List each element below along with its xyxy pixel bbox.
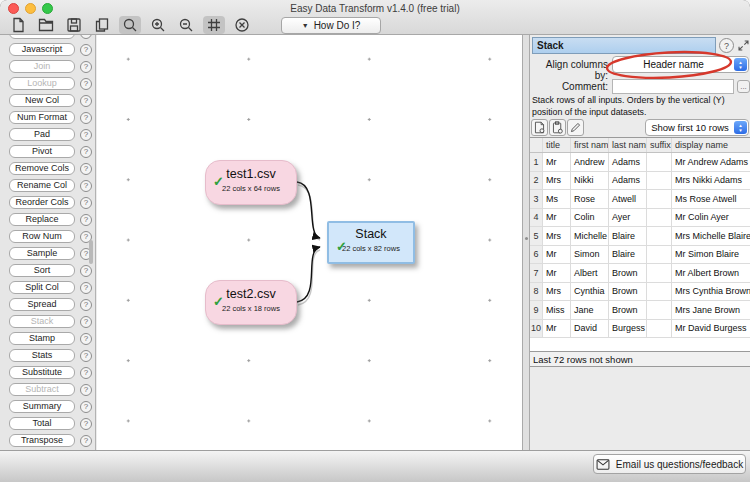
zoom-in-button[interactable] xyxy=(147,16,169,34)
sidebar-row: Rename Col? xyxy=(0,179,95,192)
transform-description: Stack rows of all inputs. Orders by the … xyxy=(532,95,749,118)
table-row[interactable]: 1MrAndrewAdamsMr Andrew Adams xyxy=(530,153,750,172)
help-icon[interactable]: ? xyxy=(80,367,92,379)
flow-canvas[interactable]: ✓ test1.csv 22 cols x 64 rows ✓ test2.cs… xyxy=(97,35,522,450)
table-row[interactable]: 9MissJaneBrownMrs Jane Brown xyxy=(530,301,750,320)
help-icon[interactable]: ? xyxy=(80,163,92,175)
table-row[interactable]: 10MrDavidBurgessMr David Burgess xyxy=(530,320,750,339)
sidebar-item-reorder-cols[interactable]: Reorder Cols xyxy=(9,196,75,209)
help-icon[interactable]: ? xyxy=(80,316,92,328)
duplicate-button[interactable] xyxy=(91,16,113,34)
sidebar-item-stack[interactable]: Stack xyxy=(9,315,75,328)
help-icon[interactable]: ? xyxy=(80,418,92,430)
sidebar-item-stamp[interactable]: Stamp xyxy=(9,332,75,345)
sidebar-item-pivot[interactable]: Pivot xyxy=(9,145,75,158)
help-icon[interactable]: ? xyxy=(80,214,92,226)
help-icon[interactable]: ? xyxy=(80,180,92,192)
help-icon[interactable]: ? xyxy=(80,350,92,362)
sidebar-item-substitute[interactable]: Substitute xyxy=(9,366,75,379)
row-number: 5 xyxy=(530,227,543,245)
sidebar-item-sort[interactable]: Sort xyxy=(9,264,75,277)
table-row[interactable]: 7MrAlbertBrownMr Albert Brown xyxy=(530,264,750,283)
sidebar-item-rename-col[interactable]: Rename Col xyxy=(9,179,75,192)
align-columns-label: Align columns by: xyxy=(530,59,608,81)
sidebar-item-row-num[interactable]: Row Num xyxy=(9,230,75,243)
node-test2-csv[interactable]: ✓ test2.csv 22 cols x 18 rows xyxy=(205,280,297,325)
sidebar-item-lookup[interactable]: Lookup xyxy=(9,77,75,90)
table-header-row: titlefirst namelast namesuffixdisplay na… xyxy=(530,138,750,153)
copy-file-button[interactable] xyxy=(531,119,548,136)
save-button[interactable] xyxy=(63,16,85,34)
sidebar-item-summary[interactable]: Summary xyxy=(9,400,75,413)
sidebar-item-sample[interactable]: Sample xyxy=(9,247,75,260)
panel-splitter[interactable] xyxy=(522,35,530,450)
help-icon[interactable]: ? xyxy=(80,401,92,413)
search-button[interactable] xyxy=(119,16,141,34)
zoom-out-icon xyxy=(178,17,194,33)
sidebar-item-num-format[interactable]: Num Format xyxy=(9,111,75,124)
help-icon[interactable]: ? xyxy=(80,435,92,447)
help-icon[interactable]: ? xyxy=(80,112,92,124)
sidebar-scrollbar-thumb[interactable] xyxy=(89,240,93,264)
help-icon[interactable]: ? xyxy=(80,333,92,345)
sidebar-item-javascript[interactable]: Javascript xyxy=(9,43,75,56)
cell: Rose xyxy=(571,190,609,208)
help-icon[interactable]: ? xyxy=(80,384,92,396)
table-row[interactable]: 8MrsCynthiaBrownMrs Cynthia Brown xyxy=(530,283,750,302)
align-columns-select[interactable]: Header name ▲▼ xyxy=(612,56,749,73)
cell xyxy=(647,301,672,319)
table-row[interactable]: 3MsRoseAtwellMs Rose Atwell xyxy=(530,190,750,209)
panel-help-button[interactable]: ? xyxy=(719,38,734,53)
sidebar-row-partial xyxy=(0,35,95,39)
help-icon[interactable] xyxy=(80,35,92,39)
table-row[interactable]: 5MrsMichelleBlaireMrs Michelle Blaire xyxy=(530,227,750,246)
new-document-button[interactable] xyxy=(7,16,29,34)
table-row[interactable]: 2MrsNikkiAdamsMrs Nikki Adams xyxy=(530,172,750,191)
comment-input[interactable] xyxy=(612,79,734,94)
cell: Michelle xyxy=(571,227,609,245)
sidebar-item-total[interactable]: Total xyxy=(9,417,75,430)
sidebar-item-split-col[interactable]: Split Col xyxy=(9,281,75,294)
sidebar-item-replace[interactable]: Replace xyxy=(9,213,75,226)
sidebar-item-remove-cols[interactable]: Remove Cols xyxy=(9,162,75,175)
sidebar-row: Lookup? xyxy=(0,77,95,90)
edit-button[interactable] xyxy=(567,119,584,136)
help-icon[interactable]: ? xyxy=(80,78,92,90)
table-row[interactable]: 4MrColinAyerMr Colin Ayer xyxy=(530,209,750,228)
cell: Mr Albert Brown xyxy=(672,264,750,282)
copy-clipboard-button[interactable] xyxy=(549,119,566,136)
email-feedback-button[interactable]: Email us questions/feedback xyxy=(593,454,746,474)
panel-expand-button[interactable] xyxy=(736,38,750,53)
help-icon[interactable]: ? xyxy=(80,197,92,209)
sidebar-item-join[interactable]: Join xyxy=(9,60,75,73)
check-icon: ✓ xyxy=(336,239,347,254)
node-stack[interactable]: ✓ Stack 22 cols x 82 rows xyxy=(327,221,415,264)
help-icon[interactable]: ? xyxy=(80,299,92,311)
node-test1-csv[interactable]: ✓ test1.csv 22 cols x 64 rows xyxy=(205,160,297,205)
toggle-grid-button[interactable] xyxy=(203,16,225,34)
comment-more-button[interactable]: ... xyxy=(737,80,750,93)
how-do-i-button[interactable]: ▼ How Do I? xyxy=(281,17,381,34)
help-icon[interactable]: ? xyxy=(80,61,92,73)
cell: Adams xyxy=(609,172,647,190)
sidebar-item-new-col[interactable]: New Col xyxy=(9,94,75,107)
help-icon[interactable]: ? xyxy=(80,129,92,141)
column-header: last name xyxy=(609,138,647,152)
show-rows-select[interactable]: Show first 10 rows ▲▼ xyxy=(645,119,749,136)
help-icon[interactable]: ? xyxy=(80,44,92,56)
sidebar-item-partial[interactable] xyxy=(9,35,75,39)
table-row[interactable]: 6MrSimonBlaireMr Simon Blaire xyxy=(530,246,750,265)
help-icon[interactable]: ? xyxy=(80,265,92,277)
help-icon[interactable]: ? xyxy=(80,95,92,107)
cancel-button[interactable] xyxy=(231,16,253,34)
cell: Atwell xyxy=(609,190,647,208)
sidebar-item-stats[interactable]: Stats xyxy=(9,349,75,362)
sidebar-item-pad[interactable]: Pad xyxy=(9,128,75,141)
help-icon[interactable]: ? xyxy=(80,282,92,294)
sidebar-item-transpose[interactable]: Transpose xyxy=(9,434,75,447)
sidebar-item-subtract[interactable]: Subtract xyxy=(9,383,75,396)
open-folder-button[interactable] xyxy=(35,16,57,34)
help-icon[interactable]: ? xyxy=(80,146,92,158)
sidebar-item-spread[interactable]: Spread xyxy=(9,298,75,311)
zoom-out-button[interactable] xyxy=(175,16,197,34)
